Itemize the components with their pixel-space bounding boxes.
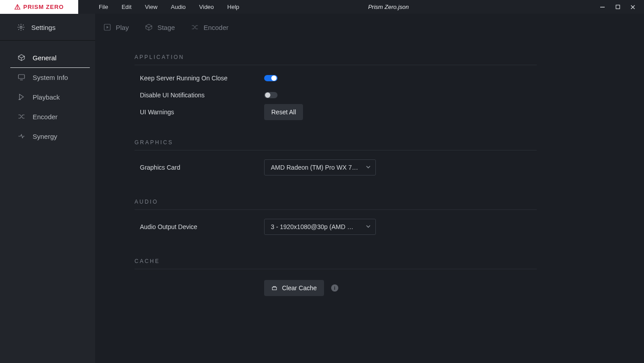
section-title-audio: AUDIO: [135, 192, 537, 210]
label-graphics-card: Graphics Card: [135, 164, 264, 171]
sidebar-item-synergy[interactable]: Synergy: [0, 126, 95, 146]
menu-view[interactable]: View: [145, 4, 157, 10]
window-minimize-button[interactable]: [599, 4, 606, 10]
cube-icon: [145, 23, 153, 31]
svg-rect-2: [18, 75, 25, 79]
toggle-keep-server[interactable]: [264, 75, 278, 81]
tab-label: Encoder: [203, 24, 228, 31]
app-logo: PRISM ZERO: [0, 0, 78, 14]
sidebar-nav: General System Info Playback Encoder Syn…: [0, 41, 95, 146]
svg-point-1: [20, 26, 22, 29]
toggle-disable-notifications[interactable]: [264, 92, 278, 98]
svg-rect-0: [616, 5, 619, 8]
shuffle-icon: [191, 23, 199, 31]
select-audio-device[interactable]: 3 - 1920x1080@30p (AMD …: [264, 219, 376, 235]
info-icon[interactable]: i: [331, 284, 338, 292]
tab-play[interactable]: Play: [101, 21, 130, 34]
clear-cache-icon: [271, 285, 278, 291]
close-icon: [630, 4, 636, 10]
window-controls: [591, 0, 644, 14]
sidebar-item-label: Playback: [33, 93, 60, 101]
menu-edit[interactable]: Edit: [122, 4, 131, 10]
menu-video[interactable]: Video: [199, 4, 214, 10]
play-box-icon: [103, 23, 111, 31]
section-title-cache: CACHE: [135, 252, 537, 269]
sidebar: Settings General System Info Playback En…: [0, 14, 95, 363]
menu-help[interactable]: Help: [227, 4, 240, 10]
menu-file[interactable]: File: [99, 4, 108, 10]
section-title-graphics: GRAPHICS: [135, 133, 537, 150]
label-disable-notifications: Disable UI Notifications: [135, 92, 264, 99]
label-ui-warnings: UI Warnings: [135, 108, 264, 116]
titlebar: PRISM ZERO File Edit View Audio Video He…: [0, 0, 644, 14]
reset-all-button[interactable]: Reset All: [264, 104, 303, 120]
cube-icon: [17, 54, 25, 62]
sidebar-header-label: Settings: [31, 24, 55, 31]
play-arrow-icon: [17, 93, 25, 101]
svg-rect-4: [272, 287, 276, 290]
minimize-icon: [600, 4, 605, 10]
clear-cache-button[interactable]: Clear Cache: [264, 280, 324, 296]
document-title: Prism Zero.json: [239, 0, 591, 14]
sidebar-item-label: Encoder: [33, 113, 58, 121]
window-maximize-button[interactable]: [615, 4, 621, 10]
select-graphics-card[interactable]: AMD Radeon (TM) Pro WX 7…: [264, 159, 376, 175]
synergy-icon: [17, 132, 25, 140]
sidebar-item-system-info[interactable]: System Info: [0, 67, 95, 87]
app-name: PRISM ZERO: [23, 4, 64, 10]
chevron-down-icon: [366, 164, 371, 171]
clear-cache-label: Clear Cache: [282, 284, 317, 292]
section-title-application: APPLICATION: [135, 48, 537, 65]
settings-panel: APPLICATION Keep Server Running On Close…: [95, 41, 644, 363]
select-audio-device-value: 3 - 1920x1080@30p (AMD …: [271, 223, 361, 230]
maximize-icon: [615, 4, 620, 9]
label-audio-device: Audio Output Device: [135, 223, 264, 230]
monitor-icon: [17, 73, 25, 81]
sidebar-item-playback[interactable]: Playback: [0, 87, 95, 107]
tab-label: Play: [116, 24, 129, 31]
chevron-down-icon: [366, 223, 371, 230]
sidebar-header: Settings: [0, 14, 95, 41]
sidebar-item-label: General: [33, 54, 56, 62]
gear-icon: [17, 23, 25, 31]
window-close-button[interactable]: [630, 4, 636, 10]
content: Play Stage Encoder APPLICATION Keep Serv…: [95, 14, 644, 363]
tab-stage[interactable]: Stage: [143, 21, 177, 34]
sidebar-item-general[interactable]: General: [0, 48, 95, 67]
sidebar-item-label: Synergy: [33, 133, 57, 140]
menubar: File Edit View Audio Video Help: [78, 0, 239, 14]
label-keep-server: Keep Server Running On Close: [135, 75, 264, 82]
content-tabs: Play Stage Encoder: [95, 14, 644, 41]
shuffle-icon: [17, 113, 25, 121]
sidebar-item-encoder[interactable]: Encoder: [0, 107, 95, 126]
menu-audio[interactable]: Audio: [171, 4, 185, 10]
tab-encoder[interactable]: Encoder: [189, 21, 230, 34]
select-graphics-card-value: AMD Radeon (TM) Pro WX 7…: [271, 164, 361, 171]
prism-logo-icon: [14, 4, 21, 10]
sidebar-item-label: System Info: [33, 74, 68, 81]
tab-label: Stage: [157, 24, 175, 31]
